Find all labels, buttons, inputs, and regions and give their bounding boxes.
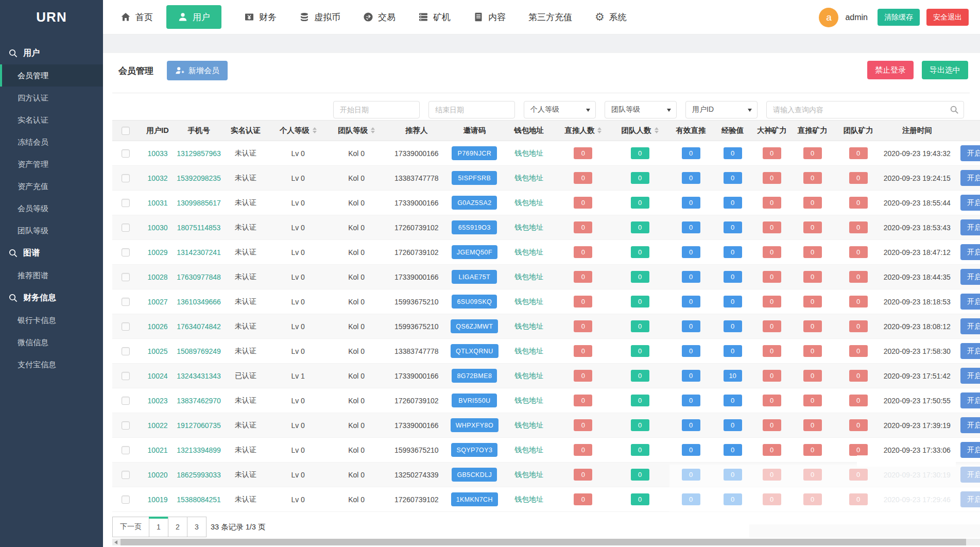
invite-code-button[interactable]: SQYP7OY3 bbox=[451, 443, 497, 457]
enable-realname-button[interactable]: 开启实名 bbox=[960, 219, 980, 235]
nav-tab-系统[interactable]: ⚙系统 bbox=[595, 11, 627, 23]
cell-value-phone[interactable]: 13213394899 bbox=[177, 446, 221, 454]
nav-tab-用户[interactable]: 用户 bbox=[166, 5, 221, 29]
invite-code-button[interactable]: 1KMKN7CH bbox=[451, 492, 498, 506]
wallet-address-link[interactable]: 钱包地址 bbox=[514, 297, 543, 305]
scroll-left-arrow-icon[interactable] bbox=[114, 540, 117, 544]
sidebar-item-四方认证[interactable]: 四方认证 bbox=[0, 87, 103, 109]
invite-code-button[interactable]: WHPXFY8O bbox=[451, 418, 498, 432]
wallet-address-link[interactable]: 钱包地址 bbox=[514, 495, 543, 503]
cell-value-phone[interactable]: 18075114853 bbox=[177, 224, 221, 232]
cell-value-phone[interactable]: 17630977848 bbox=[177, 273, 221, 281]
cell-value-id[interactable]: 10030 bbox=[148, 224, 168, 232]
nav-tab-第三方充值[interactable]: 第三方充值 bbox=[528, 11, 572, 23]
enable-realname-button[interactable]: 开启实名 bbox=[960, 417, 980, 433]
row-checkbox[interactable] bbox=[122, 174, 130, 182]
invite-code-button[interactable]: 6SU09SKQ bbox=[452, 295, 497, 309]
cell-value-phone[interactable]: 13142307241 bbox=[177, 248, 221, 257]
page-button-2[interactable]: 2 bbox=[168, 517, 187, 537]
enable-realname-button[interactable]: 开启实名 bbox=[960, 343, 980, 359]
wallet-address-link[interactable]: 钱包地址 bbox=[514, 198, 543, 207]
row-checkbox[interactable] bbox=[122, 471, 130, 479]
invite-code-button[interactable]: QTLXQRNU bbox=[451, 344, 498, 358]
invite-code-button[interactable]: 8G72BME8 bbox=[452, 369, 497, 383]
sidebar-item-会员管理[interactable]: 会员管理 bbox=[0, 64, 103, 87]
nav-tab-内容[interactable]: 内容 bbox=[473, 11, 506, 23]
sidebar-item-资产充值[interactable]: 资产充值 bbox=[0, 175, 103, 197]
sidebar-item-会员等级[interactable]: 会员等级 bbox=[0, 197, 103, 219]
row-checkbox[interactable] bbox=[122, 149, 130, 158]
ban-login-button[interactable]: 禁止登录 bbox=[867, 61, 914, 79]
column-header-团队人数[interactable]: 团队人数 bbox=[611, 121, 668, 141]
nav-tab-虚拟币[interactable]: 虚拟币 bbox=[299, 11, 340, 23]
cell-value-phone[interactable]: 13610349666 bbox=[177, 298, 221, 306]
enable-realname-button[interactable]: 开启实名 bbox=[960, 491, 980, 507]
wallet-address-link[interactable]: 钱包地址 bbox=[514, 421, 543, 429]
sort-icon[interactable] bbox=[313, 127, 317, 133]
search-icon[interactable] bbox=[950, 105, 959, 114]
enable-realname-button[interactable]: 开启实名 bbox=[960, 392, 980, 408]
sidebar-section-用户[interactable]: 用户 bbox=[0, 42, 103, 64]
sort-icon[interactable] bbox=[371, 127, 375, 133]
wallet-address-link[interactable]: 钱包地址 bbox=[514, 396, 543, 404]
wallet-address-link[interactable]: 钱包地址 bbox=[514, 371, 543, 380]
nav-tab-交易[interactable]: 交易 bbox=[363, 11, 396, 23]
cell-value-id[interactable]: 10019 bbox=[148, 495, 168, 504]
cell-value-id[interactable]: 10020 bbox=[148, 471, 168, 479]
clear-cache-button[interactable]: 清除缓存 bbox=[878, 9, 920, 26]
column-header-直推人数[interactable]: 直推人数 bbox=[555, 121, 611, 141]
invite-code-button[interactable]: G0AZ5SA2 bbox=[452, 196, 497, 210]
wallet-address-link[interactable]: 钱包地址 bbox=[514, 322, 543, 330]
invite-code-button[interactable]: P769NJCR bbox=[452, 146, 497, 160]
select-all-checkbox[interactable] bbox=[122, 127, 130, 135]
cell-value-id[interactable]: 10029 bbox=[148, 248, 168, 257]
column-header-团队等级[interactable]: 团队等级 bbox=[326, 121, 387, 141]
enable-realname-button[interactable]: 开启实名 bbox=[960, 294, 980, 310]
filter-select-团队等级[interactable]: 团队等级 bbox=[605, 101, 677, 118]
end-date-input[interactable] bbox=[428, 101, 515, 118]
wallet-address-link[interactable]: 钱包地址 bbox=[514, 223, 543, 231]
cell-value-phone[interactable]: 18625993033 bbox=[177, 471, 221, 479]
enable-realname-button[interactable]: 开启实名 bbox=[960, 195, 980, 211]
cell-value-phone[interactable]: 17634074842 bbox=[177, 322, 221, 331]
sidebar-item-实名认证[interactable]: 实名认证 bbox=[0, 109, 103, 131]
cell-value-phone[interactable]: 19127060735 bbox=[177, 421, 221, 430]
cell-value-id[interactable]: 10023 bbox=[148, 397, 168, 405]
wallet-address-link[interactable]: 钱包地址 bbox=[514, 174, 543, 182]
cell-value-id[interactable]: 10022 bbox=[148, 421, 168, 430]
enable-realname-button[interactable]: 开启实名 bbox=[960, 244, 980, 260]
sort-icon[interactable] bbox=[597, 127, 601, 133]
row-checkbox[interactable] bbox=[122, 446, 130, 454]
invite-code-button[interactable]: LIGAE75T bbox=[452, 270, 497, 284]
cell-value-id[interactable]: 10026 bbox=[148, 322, 168, 331]
invite-code-button[interactable]: BVRI550U bbox=[452, 394, 497, 407]
start-date-input[interactable] bbox=[333, 101, 420, 118]
cell-value-id[interactable]: 10032 bbox=[148, 174, 168, 182]
cell-value-phone[interactable]: 15392098235 bbox=[177, 174, 221, 182]
cell-value-phone[interactable]: 13129857963 bbox=[177, 149, 221, 158]
enable-realname-button[interactable]: 开启实名 bbox=[960, 368, 980, 384]
page-button-1[interactable]: 1 bbox=[149, 517, 168, 537]
nav-tab-矿机[interactable]: 矿机 bbox=[418, 11, 451, 23]
row-checkbox[interactable] bbox=[122, 495, 130, 504]
wallet-address-link[interactable]: 钱包地址 bbox=[514, 248, 543, 256]
wallet-address-link[interactable]: 钱包地址 bbox=[514, 149, 543, 157]
enable-realname-button[interactable]: 开启实名 bbox=[960, 145, 980, 161]
row-checkbox[interactable] bbox=[122, 273, 130, 281]
page-button-3[interactable]: 3 bbox=[187, 517, 207, 537]
cell-value-phone[interactable]: 13099885617 bbox=[177, 199, 221, 207]
cell-value-id[interactable]: 10021 bbox=[148, 446, 168, 454]
row-checkbox[interactable] bbox=[122, 347, 130, 355]
row-checkbox[interactable] bbox=[122, 248, 130, 257]
sidebar-item-银行卡信息[interactable]: 银行卡信息 bbox=[0, 309, 103, 331]
cell-value-id[interactable]: 10024 bbox=[148, 372, 168, 380]
sidebar-item-推荐图谱[interactable]: 推荐图谱 bbox=[0, 264, 103, 286]
invite-code-button[interactable]: 5ISPFSRB bbox=[452, 171, 497, 185]
filter-select-个人等级[interactable]: 个人等级 bbox=[524, 101, 596, 118]
cell-value-phone[interactable]: 15089769249 bbox=[177, 347, 221, 355]
row-checkbox[interactable] bbox=[122, 397, 130, 405]
invite-code-button[interactable]: JGEMQ50F bbox=[452, 245, 497, 259]
cell-value-id[interactable]: 10027 bbox=[148, 298, 168, 306]
cell-value-phone[interactable]: 13837462970 bbox=[177, 397, 221, 405]
row-checkbox[interactable] bbox=[122, 372, 130, 380]
